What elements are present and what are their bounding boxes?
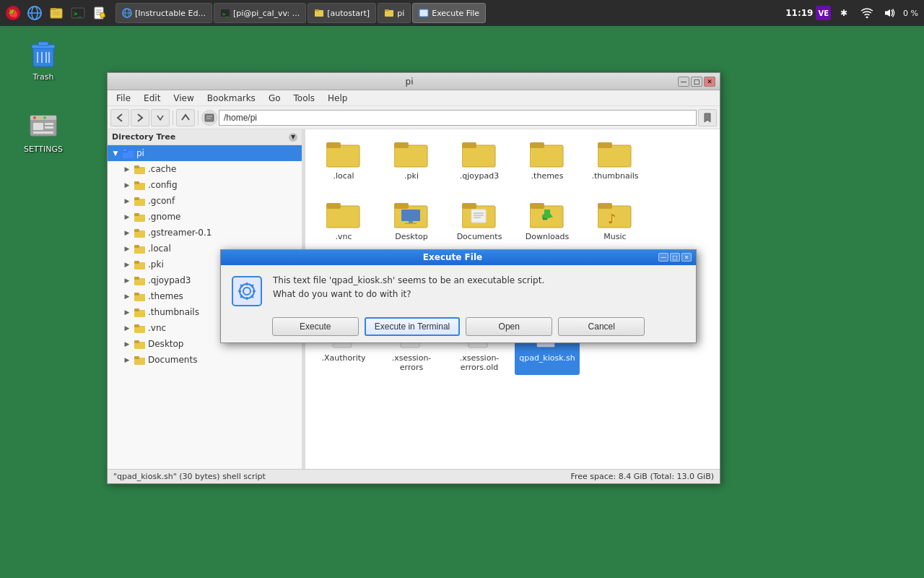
dialog-message-line1: This text file 'qpad_kiosk.sh' seems to … xyxy=(273,274,687,288)
execute-in-terminal-button[interactable]: Execute in Terminal xyxy=(365,317,461,336)
execute-button[interactable]: Execute xyxy=(272,317,359,336)
dialog-window-controls: — □ ✕ xyxy=(658,253,692,262)
dialog-overlay: Execute File — □ ✕ xyxy=(0,0,924,578)
dialog-close-button[interactable]: ✕ xyxy=(681,253,692,262)
dialog-title: Execute File xyxy=(247,252,658,262)
execute-file-dialog: Execute File — □ ✕ xyxy=(220,249,697,343)
dialog-maximize-button[interactable]: □ xyxy=(670,253,680,262)
dialog-buttons: Execute Execute in Terminal Open Cancel xyxy=(221,317,696,342)
dialog-minimize-button[interactable]: — xyxy=(658,253,668,262)
cancel-button[interactable]: Cancel xyxy=(558,317,645,336)
dialog-body: This text file 'qpad_kiosk.sh' seems to … xyxy=(221,265,696,317)
dialog-icon xyxy=(230,274,264,309)
dialog-message: This text file 'qpad_kiosk.sh' seems to … xyxy=(273,274,687,301)
dialog-message-line2: What do you want to do with it? xyxy=(273,288,687,301)
dialog-titlebar: Execute File — □ ✕ xyxy=(221,250,696,265)
open-button[interactable]: Open xyxy=(466,317,552,336)
svg-rect-152 xyxy=(232,277,261,306)
